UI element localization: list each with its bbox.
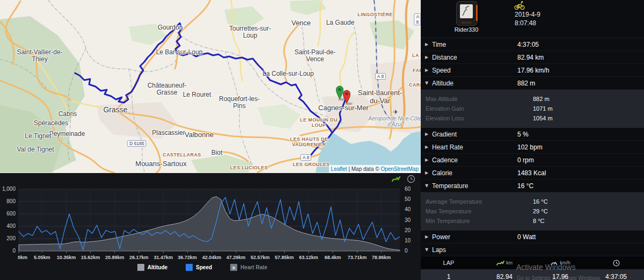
svg-text:47.29km: 47.29km [226, 255, 246, 260]
leaflet-link[interactable]: Leaflet [331, 166, 347, 172]
stat-value: 882 m [517, 80, 535, 87]
heart-rate-swatch-icon: x [230, 264, 237, 271]
stat-detail-row: Elevation Loss1054 m [421, 113, 644, 123]
stat-value: 0 rpm [517, 156, 534, 164]
stat-detail-row: Min Temperature8 °C [421, 216, 644, 226]
chevron-down-icon: ▼ [425, 183, 432, 188]
chevron-right-icon: ▶ [425, 132, 432, 137]
stat-value: 82.94 km [517, 54, 544, 61]
activate-windows-watermark-line2: Go to Settings to activate Windows. [517, 275, 602, 280]
stat-row-heart-rate[interactable]: ▶Heart Rate102 bpm [421, 141, 644, 154]
stat-row-power[interactable]: ▶Power0 Watt [421, 231, 644, 243]
detail-label: Max Altitude [426, 96, 533, 102]
svg-text:26.17km: 26.17km [129, 255, 149, 260]
stat-row-calorie[interactable]: ▶Calorie1483 Kcal [421, 167, 644, 180]
legend-altitude[interactable]: Altitude [137, 264, 167, 271]
stat-detail-row: Max Temperature29 °C [421, 206, 644, 216]
map-tiles [0, 0, 421, 173]
time-axis-icon[interactable] [407, 175, 415, 183]
detail-value: 1071 m [533, 105, 553, 112]
stat-row-time[interactable]: ▶Time4:37:05 [421, 38, 644, 51]
device-image [456, 1, 478, 26]
detail-label: Elevation Loss [426, 115, 533, 121]
stat-label: Speed [432, 67, 517, 74]
stat-details-altitude: Max Altitude882 mElevation Gain1071 mEle… [421, 90, 644, 128]
legend-heart-rate[interactable]: xHeart Rate [230, 264, 267, 271]
device-name: Rider330 [440, 26, 493, 33]
svg-text:50: 50 [405, 196, 411, 202]
road-badge: D 6185 [127, 140, 146, 147]
chevron-down-icon: ▼ [425, 81, 432, 85]
laps-col-lap: LAP [443, 260, 455, 266]
svg-text:40: 40 [405, 206, 411, 212]
svg-text:15.62km: 15.62km [81, 255, 100, 260]
svg-text:42.04km: 42.04km [202, 255, 222, 260]
svg-text:36.72km: 36.72km [178, 255, 197, 260]
svg-text:1,000: 1,000 [2, 186, 16, 192]
stat-value: 102 bpm [517, 143, 543, 151]
stat-value: 17.96 km/h [517, 67, 549, 74]
svg-text:73.71km: 73.71km [348, 255, 367, 260]
ride-date: 2019-4-9 [515, 11, 540, 18]
svg-text:60: 60 [405, 186, 411, 192]
stat-label: Calorie [432, 169, 517, 177]
stat-row-distance[interactable]: ▶Distance82.94 km [421, 51, 644, 64]
svg-text:30: 30 [405, 217, 411, 223]
svg-text:600: 600 [6, 211, 16, 217]
lap-cell: 82.94 [496, 273, 513, 280]
distance-axis-icon[interactable] [392, 176, 400, 182]
activate-windows-watermark: Activate Windows [516, 263, 575, 271]
route-map[interactable]: Saint-Vallier-de-ThieyGourdonLe Bar-sur-… [0, 0, 421, 173]
svg-text:5.05km: 5.05km [34, 255, 50, 260]
svg-text:400: 400 [6, 223, 16, 229]
stat-value: 0 Watt [517, 233, 536, 241]
svg-text:20: 20 [405, 227, 411, 233]
detail-label: Min Temperature [426, 218, 533, 224]
svg-text:200: 200 [6, 235, 16, 241]
map-attribution: Leaflet | Map data © OpenStreetMap [329, 165, 421, 173]
stats-list: ▶Time4:37:05▶Distance82.94 km▶Speed17.96… [421, 38, 644, 256]
stat-label: Cadence [432, 156, 517, 164]
chevron-right-icon: ▶ [425, 157, 432, 162]
svg-text:10: 10 [405, 238, 411, 243]
stat-row-gradient[interactable]: ▶Gradient5 % [421, 128, 644, 141]
svg-text:68.4km: 68.4km [325, 255, 341, 260]
svg-text:20.89km: 20.89km [105, 255, 125, 260]
legend-label: Altitude [148, 264, 167, 270]
stat-label: Heart Rate [432, 143, 517, 151]
stat-row-cadence[interactable]: ▶Cadence0 rpm [421, 154, 644, 167]
stat-label: Time [432, 41, 517, 48]
chevron-right-icon: ▶ [425, 55, 432, 60]
stat-row-laps[interactable]: ▼Laps [421, 243, 644, 256]
stat-row-speed[interactable]: ▶Speed17.96 km/h [421, 64, 644, 77]
lap-cell: 4:37:05 [605, 273, 627, 280]
stat-details-temperature: Average Temperature16 °CMax Temperature2… [421, 192, 644, 231]
stat-row-temperature[interactable]: ▼Temperature16 °C [421, 180, 644, 192]
chevron-right-icon: ▶ [425, 68, 432, 73]
svg-text:0km: 0km [18, 255, 27, 260]
stat-value: 16 °C [517, 182, 533, 190]
detail-value: 1054 m [533, 115, 553, 121]
stat-detail-row: Average Temperature16 °C [421, 197, 644, 206]
stat-row-altitude[interactable]: ▼Altitude882 m [421, 77, 644, 90]
legend-speed[interactable]: Speed [186, 264, 212, 271]
attribution-text: | Map data © [347, 166, 381, 172]
openstreetmap-link[interactable]: OpenStreetMap [380, 166, 419, 172]
stat-label: Distance [432, 54, 517, 61]
legend-label: Speed [196, 264, 212, 270]
svg-text:52.57km: 52.57km [251, 255, 270, 260]
chevron-right-icon: ▶ [425, 145, 432, 149]
stat-value: 4:37:05 [517, 41, 539, 48]
detail-label: Elevation Gain [426, 105, 533, 112]
stat-value: 1483 Kcal [517, 169, 546, 177]
panel-header: Rider330 2019-4-9 8:07:48 [421, 0, 644, 38]
lap-cell: 1 [447, 273, 451, 280]
detail-value: 16 °C [533, 198, 548, 205]
detail-value: 29 °C [533, 208, 548, 214]
bryton-active-app: Saint-Vallier-de-ThieyGourdonLe Bar-sur-… [0, 0, 644, 280]
detail-label: Average Temperature [426, 198, 533, 205]
stat-value: 5 % [517, 131, 529, 138]
ride-summary-panel: Rider330 2019-4-9 8:07:48 ▶Time4:37:05▶D… [421, 0, 644, 280]
svg-text:0: 0 [12, 248, 16, 254]
svg-text:800: 800 [6, 198, 16, 204]
